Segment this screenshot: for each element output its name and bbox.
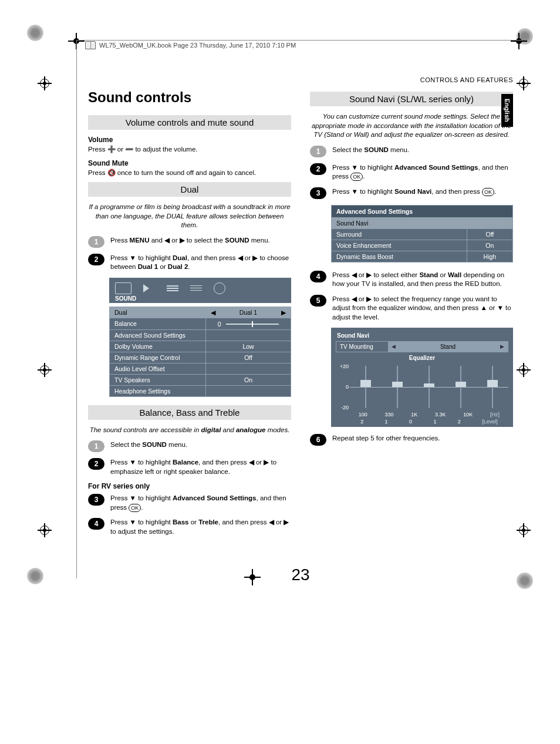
section-header: CONTROLS AND FEATURES <box>88 76 513 83</box>
eq-hz-row: 1003301K3.3K10K[Hz] <box>336 412 508 418</box>
menu-key: Advanced Sound Settings <box>110 329 206 341</box>
section-bar-balance: Balance, Bass and Treble <box>88 405 291 420</box>
triangle-right-icon: ▶ <box>500 344 504 349</box>
eq-bar <box>424 383 434 387</box>
menu-key: Dolby Volume <box>110 341 206 352</box>
menu-title: SOUND <box>109 295 291 303</box>
eq-level-label: 1 <box>433 419 436 425</box>
bars-icon <box>167 285 178 291</box>
step-badge: 4 <box>310 271 326 282</box>
step-badge: 1 <box>88 236 104 248</box>
eq-hz-label: 3.3K <box>435 412 446 418</box>
eq-title: Sound Navi <box>336 331 508 341</box>
menu-value: Off <box>467 228 512 240</box>
eq-grid: +200-20 <box>350 363 508 410</box>
menu-key: TV Speakers <box>110 374 206 385</box>
eq-hz-label: 1K <box>411 412 417 418</box>
dual-step-2: 2 Press ▼ to highlight Dual, and then pr… <box>88 254 291 272</box>
table-row: Audio Level Offset <box>110 363 291 374</box>
table-row: Dual◀Dual 1▶ <box>110 307 291 318</box>
balance-step-1: 1 Select the SOUND menu. <box>88 440 291 452</box>
step-text: Press ▼ to highlight Dual, and then pres… <box>110 254 291 272</box>
eq-level-label: [Level] <box>482 419 498 425</box>
eq-hz-label: 10K <box>463 412 473 418</box>
table-row: Headphone Settings <box>110 385 291 396</box>
language-tab: English <box>501 94 513 127</box>
balance-step-4: 4 Press ▼ to highlight Bass or Treble, a… <box>88 518 291 536</box>
step-text: Press ▼ to highlight Advanced Sound Sett… <box>110 494 291 512</box>
volume-label: Volume <box>88 136 291 144</box>
menu-key: Voice Enhancement <box>332 240 467 251</box>
triangle-left-icon: ◀ <box>392 344 396 349</box>
eq-bar <box>487 380 498 387</box>
dual-intro: If a programme or film is being broadcas… <box>88 203 291 230</box>
eq-level-label: 2 <box>360 419 363 425</box>
step-badge: 5 <box>310 295 326 307</box>
step-text: Select the SOUND menu. <box>110 440 291 452</box>
menu-value <box>206 363 291 374</box>
adv-subtitle: Sound Navi <box>332 217 513 228</box>
adv-title: Advanced Sound Settings <box>332 205 513 217</box>
menu-value <box>206 385 291 396</box>
ok-icon: OK <box>482 188 494 196</box>
sound-icon <box>143 284 155 292</box>
step-badge: 1 <box>310 146 326 157</box>
step-badge: 6 <box>310 434 326 446</box>
step-badge: 3 <box>88 494 104 506</box>
equalizer-panel: Sound Navi TV Mounting ◀ Stand ▶ Equaliz… <box>331 328 513 427</box>
balance-step-2: 2 Press ▼ to highlight Balance, and then… <box>88 458 291 476</box>
table-row: Balance0 <box>110 318 291 329</box>
menu-value: On <box>206 374 291 385</box>
picture-icon <box>115 282 131 294</box>
step-text: Press ◀ or ▶ to select the frequency ran… <box>332 295 513 322</box>
page-title: Sound controls <box>88 89 291 106</box>
eq-bar <box>392 382 403 387</box>
table-row: Advanced Sound Settings <box>110 329 291 341</box>
tv-mounting-label: TV Mounting <box>336 342 388 352</box>
menu-key: Audio Level Offset <box>110 363 206 374</box>
menu-key: Dynamic Range Control <box>110 352 206 363</box>
navi-step-1: 1 Select the SOUND menu. <box>310 146 513 157</box>
balance-step-3: 3 Press ▼ to highlight Advanced Sound Se… <box>88 494 291 512</box>
section-bar-dual: Dual <box>88 182 291 197</box>
dual-step-1: 1 Press MENU and ◀ or ▶ to select the SO… <box>88 236 291 248</box>
step-text: Press ▼ to highlight Bass or Treble, and… <box>110 518 291 536</box>
menu-icons-row <box>109 278 291 295</box>
table-row: Voice EnhancementOn <box>332 240 513 251</box>
menu-key: Dynamic Bass Boost <box>332 251 467 262</box>
navi-step-2: 2 Press ▼ to highlight Advanced Sound Se… <box>310 163 513 181</box>
menu-value: ◀Dual 1▶ <box>206 307 291 318</box>
menu-key: Dual <box>110 307 206 318</box>
menu-key: Surround <box>332 228 467 240</box>
step-badge: 2 <box>310 163 326 175</box>
navi-step-5: 5 Press ◀ or ▶ to select the frequency r… <box>310 295 513 322</box>
menu-value: Off <box>206 352 291 363</box>
step-badge: 4 <box>88 518 104 530</box>
advanced-sound-menu: Advanced Sound Settings Sound Navi Surro… <box>331 205 513 262</box>
advanced-sound-table: Advanced Sound Settings Sound Navi Surro… <box>331 205 513 262</box>
sound-menu-table: Dual◀Dual 1▶Balance0 Advanced Sound Sett… <box>109 307 291 397</box>
table-row: SurroundOff <box>332 228 513 240</box>
step-badge: 2 <box>88 254 104 265</box>
menu-value: On <box>467 240 512 251</box>
table-row: TV SpeakersOn <box>110 374 291 385</box>
eq-sub: Equalizer <box>336 352 508 362</box>
step-text: Press ▼ to highlight Advanced Sound Sett… <box>332 163 513 181</box>
tv-mounting-value: ◀ Stand ▶ <box>388 342 508 352</box>
navi-step-3: 3 Press ▼ to highlight Sound Navi, and t… <box>310 187 513 199</box>
step-text: Press ▼ to highlight Balance, and then p… <box>110 458 291 476</box>
step-badge: 2 <box>88 458 104 470</box>
menu-key: Balance <box>110 318 206 329</box>
menu-key: Headphone Settings <box>110 385 206 396</box>
eq-y-axis: +200-20 <box>336 363 349 410</box>
table-row: Dynamic Bass BoostHigh <box>332 251 513 262</box>
eq-bar <box>360 380 371 387</box>
ok-icon: OK <box>129 504 141 512</box>
eq-level-label: 2 <box>458 419 461 425</box>
section-bar-volume: Volume controls and mute sound <box>88 115 291 130</box>
balance-intro: The sound controls are accessible in dig… <box>88 426 291 435</box>
eq-hz-label: 100 <box>359 412 367 418</box>
eq-level-label: 0 <box>409 419 412 425</box>
eq-hz-label: [Hz] <box>490 412 500 418</box>
step-text: Press ▼ to highlight Sound Navi, and the… <box>332 187 513 199</box>
